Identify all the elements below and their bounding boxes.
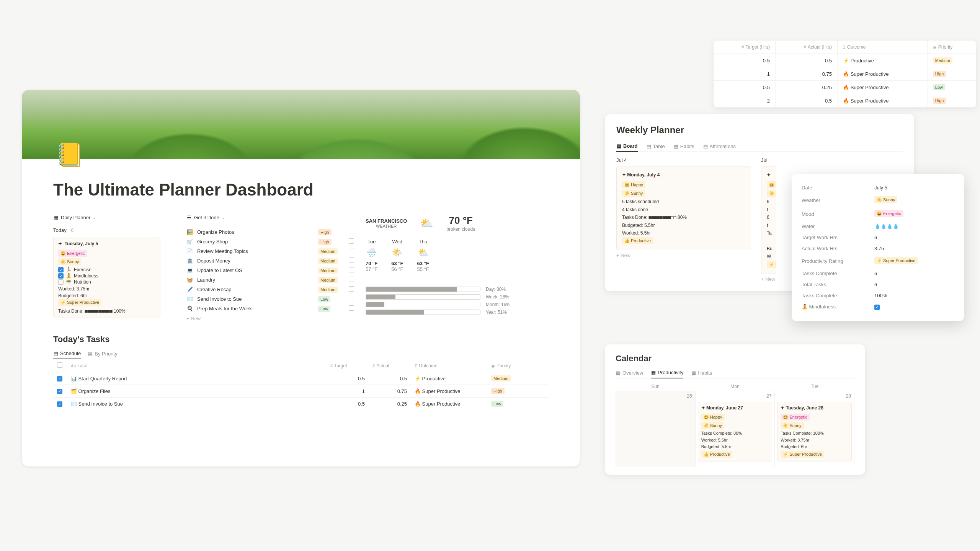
priority-badge: Medium (318, 267, 338, 274)
task-checkbox[interactable] (349, 229, 354, 234)
tab-habits[interactable]: ▦Habits (673, 141, 694, 152)
task-checkbox[interactable] (349, 277, 354, 282)
daily-card[interactable]: ✦ Tuesday, July 5 😄 Energetic ☀️ Sunny ✓… (53, 237, 160, 318)
outcome-cell: 🔥 Super Productive (411, 398, 487, 410)
table-row[interactable]: 10.75🔥 Super ProductiveHigh (714, 67, 976, 81)
priority-badge: Medium (318, 277, 338, 283)
priority-cell: High (927, 67, 976, 81)
weather-pill: ☀️ (767, 190, 776, 197)
habit-emoji: 🧘 (66, 273, 72, 279)
task-emoji: 💻 (186, 267, 193, 273)
calendar-event[interactable]: ✦ Monday, June 27😄 Happy☀️ SunnyTasks Co… (698, 402, 773, 461)
weekly-card[interactable]: ✦😄☀️6 t6 tTa BuW⚡ (761, 166, 776, 274)
outcome-cell: ⚡ Productive (411, 372, 487, 385)
tab-habits-cal[interactable]: ▦Habits (691, 367, 712, 378)
tab-productivity[interactable]: ▦Productivity (651, 367, 683, 378)
habit-item[interactable]: 🥗Nutrition (58, 279, 155, 285)
tab-by-priority[interactable]: ▤By Priority (88, 348, 117, 359)
forecast-high: 63 °F (417, 261, 429, 266)
detail-key: Target Work Hrs (802, 235, 874, 240)
checkbox-icon[interactable]: ✓ (58, 273, 64, 279)
table-row[interactable]: 20.5🔥 Super ProductiveHigh (714, 94, 976, 108)
task-checkbox[interactable] (349, 305, 354, 311)
task-checkbox[interactable] (349, 296, 354, 301)
weekly-line: Tasks Done: ■■■■■■■■□□ 80% (622, 214, 745, 221)
calendar-cell[interactable]: 26 (616, 391, 696, 467)
progress-label: Week: 26% (486, 294, 509, 300)
new-card-button[interactable]: + New (616, 253, 751, 258)
progress-track (366, 310, 480, 315)
gid-item[interactable]: 🏦Deposit MoneyMedium (186, 256, 355, 266)
calendar-event[interactable]: ✦ Tuesday, June 28😄 Energetic☀️ SunnyTas… (777, 402, 852, 461)
gid-item[interactable]: 🖼️Organize PhotosHigh (186, 227, 355, 237)
forecast-icon: ⛅ (417, 248, 429, 258)
table-row[interactable]: ✓🗂️ Organize Files10.75🔥 Super Productiv… (53, 385, 549, 398)
event-line: Worked: 3.75hr (781, 437, 848, 444)
chevron-down-icon: ⌄ (93, 215, 96, 220)
calendar-card: Calendar ▦Overview ▦Productivity ▦Habits… (605, 344, 865, 475)
new-task-button[interactable]: + New (186, 316, 366, 321)
forecast-icon: 🌧️ (366, 248, 377, 258)
task-checkbox[interactable] (349, 267, 354, 272)
table-row[interactable]: 0.50.25🔥 Super ProductiveLow (714, 81, 976, 94)
task-checkbox[interactable] (349, 286, 354, 292)
task-text: Laundry (197, 277, 314, 283)
select-all-checkbox[interactable] (57, 362, 62, 368)
table-row[interactable]: ✓📊 Start Quarterly Report0.50.5⚡ Product… (53, 372, 549, 385)
task-emoji: 🛒 (186, 239, 193, 245)
actual-cell: 0.75 (775, 67, 837, 81)
tab-table[interactable]: ▤Table (646, 141, 665, 152)
formula-icon: Σ (843, 45, 846, 49)
task-checkbox[interactable] (349, 238, 354, 244)
detail-row: 🧘 Mindfulness✓ (802, 301, 954, 313)
calendar-cell[interactable]: 28✦ Tuesday, June 28😄 Energetic☀️ SunnyT… (775, 391, 854, 467)
detail-value: 100% (874, 293, 887, 298)
task-checkbox[interactable] (349, 248, 354, 253)
forecast-day: Thu⛅63 °F55 °F (417, 239, 429, 272)
daily-date: ✦ Tuesday, July 5 (58, 241, 155, 246)
row-checkbox[interactable]: ✓ (57, 376, 62, 381)
forecast-icon: 🌤️ (391, 248, 403, 258)
get-it-done-toggle[interactable]: ☰ Get it Done ⌄ (186, 215, 225, 220)
progress-bar: Day: 80% (366, 287, 549, 292)
page-icon[interactable]: 📒 (56, 143, 82, 170)
target-cell: 2 (714, 94, 775, 108)
cover-image (22, 90, 580, 159)
table-row[interactable]: ✓✉️ Send Invoice to Sue0.50.25🔥 Super Pr… (53, 398, 549, 410)
target-cell: 0.5 (714, 81, 775, 94)
daily-planner-toggle[interactable]: ▦ Daily Planner ⌄ (53, 215, 96, 220)
detail-pill: ☀️ Sunny (874, 196, 897, 203)
gid-item[interactable]: 📄Review Meeting TopicsMedium (186, 246, 355, 256)
weather-widget: SAN FRANCISCO WEATHER ⛅ 70 °F broken clo… (366, 215, 549, 321)
task-text: Organize Photos (197, 229, 314, 235)
gid-item[interactable]: 🖊️Creative RecapMedium (186, 285, 355, 294)
checkbox-icon[interactable]: ✓ (58, 267, 64, 272)
habit-item[interactable]: ✓🧘Mindfulness (58, 273, 155, 279)
habit-emoji: 🥗 (66, 279, 72, 285)
gid-item[interactable]: 🧺LaundryMedium (186, 275, 355, 285)
new-card-button[interactable]: + New (761, 276, 776, 282)
gid-item[interactable]: 💻Update to Latest OSMedium (186, 266, 355, 275)
gid-item[interactable]: 🛒Grocery ShopHigh (186, 237, 355, 246)
row-checkbox[interactable]: ✓ (57, 401, 62, 407)
habit-item[interactable]: ✓🏃Exercise (58, 267, 155, 272)
weekly-col-header: Jul (761, 157, 776, 163)
tab-affirmations[interactable]: ▤Affirmations (703, 141, 736, 152)
table-row[interactable]: 0.50.5⚡ ProductiveMedium (714, 54, 976, 67)
gid-item[interactable]: ✉️Send Invoice to SueLow (186, 294, 355, 304)
row-checkbox[interactable]: ✓ (57, 389, 62, 394)
tab-board[interactable]: ▦Board (616, 141, 638, 152)
detail-key: Actual Work Hrs (802, 246, 874, 251)
tab-overview[interactable]: ▦Overview (616, 367, 643, 378)
tab-schedule[interactable]: ▤Schedule (53, 348, 81, 359)
event-line: Tasks Complete: 100% (781, 430, 848, 437)
actual-cell: 0.25 (369, 398, 411, 410)
task-checkbox[interactable] (349, 258, 354, 263)
detail-checkbox[interactable]: ✓ (874, 305, 880, 310)
detail-key: Mood (802, 211, 874, 217)
weekly-line: Worked: 5.5hr (622, 229, 745, 237)
checkbox-icon[interactable] (58, 279, 64, 285)
gid-item[interactable]: 🍳Prep Meals for the WeekLow (186, 304, 355, 313)
calendar-cell[interactable]: 27✦ Monday, June 27😄 Happy☀️ SunnyTasks … (696, 391, 775, 467)
weekly-card[interactable]: ✦ Monday, July 4😄 Happy☀️ Sunny5 tasks s… (616, 166, 751, 250)
